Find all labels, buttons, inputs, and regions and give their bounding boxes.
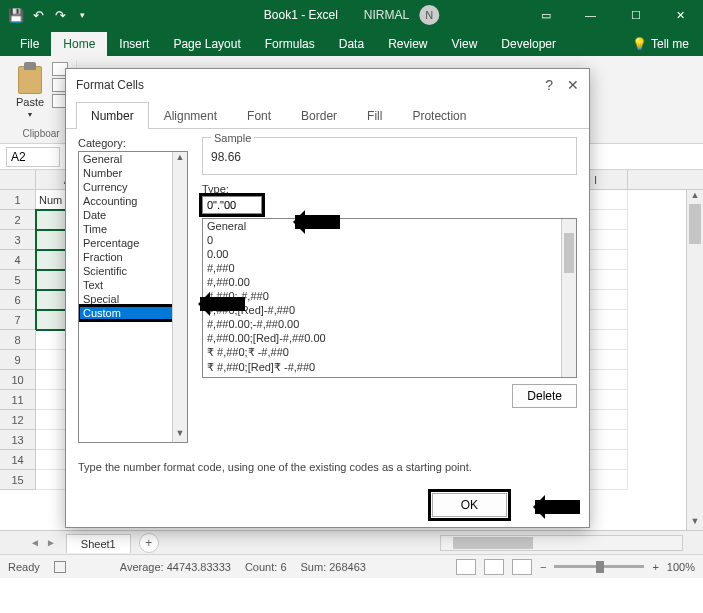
vertical-scrollbar[interactable]: ▲ ▼: [686, 190, 703, 530]
row-header[interactable]: 8: [0, 330, 36, 350]
category-item[interactable]: Accounting: [79, 194, 187, 208]
row-header[interactable]: 10: [0, 370, 36, 390]
view-page-break-icon[interactable]: [512, 559, 532, 575]
avatar[interactable]: N: [419, 5, 439, 25]
zoom-in-icon[interactable]: +: [652, 561, 658, 573]
scroll-down-icon[interactable]: ▼: [173, 428, 187, 442]
sheet-tab[interactable]: Sheet1: [66, 534, 131, 553]
format-item[interactable]: #,##0: [203, 261, 576, 275]
tab-view[interactable]: View: [440, 32, 490, 56]
redo-icon[interactable]: ↷: [52, 7, 68, 23]
tell-me-label: Tell me: [651, 37, 689, 51]
dialog-tab-font[interactable]: Font: [232, 102, 286, 129]
tab-formulas[interactable]: Formulas: [253, 32, 327, 56]
tab-review[interactable]: Review: [376, 32, 439, 56]
close-icon[interactable]: ✕: [567, 77, 579, 93]
scroll-down-icon[interactable]: ▼: [687, 516, 703, 530]
scroll-up-icon[interactable]: ▲: [687, 190, 703, 204]
row-header[interactable]: 9: [0, 350, 36, 370]
maximize-button[interactable]: ☐: [613, 0, 658, 30]
tab-nav-next-icon[interactable]: ►: [46, 537, 56, 548]
category-item[interactable]: Time: [79, 222, 187, 236]
category-item[interactable]: Special: [79, 292, 187, 306]
scroll-thumb[interactable]: [453, 537, 533, 549]
zoom-thumb[interactable]: [596, 561, 604, 573]
help-icon[interactable]: ?: [545, 77, 553, 93]
row-header[interactable]: 1: [0, 190, 36, 210]
category-item[interactable]: Scientific: [79, 264, 187, 278]
tab-home[interactable]: Home: [51, 32, 107, 56]
row-header[interactable]: 2: [0, 210, 36, 230]
category-item[interactable]: Fraction: [79, 250, 187, 264]
delete-button[interactable]: Delete: [512, 384, 577, 408]
format-item[interactable]: #,##0.00: [203, 275, 576, 289]
scroll-thumb[interactable]: [689, 204, 701, 244]
format-item[interactable]: ₹ #,##0.00;₹ -#,##0.00: [203, 375, 576, 378]
list-scrollbar[interactable]: ▲ ▼: [172, 152, 187, 442]
format-item[interactable]: #,##0.00;-#,##0.00: [203, 317, 576, 331]
zoom-slider[interactable]: [554, 565, 644, 568]
category-item[interactable]: Number: [79, 166, 187, 180]
undo-icon[interactable]: ↶: [30, 7, 46, 23]
dialog-tab-border[interactable]: Border: [286, 102, 352, 129]
format-item[interactable]: 0.00: [203, 247, 576, 261]
ribbon-options-icon[interactable]: ▭: [523, 0, 568, 30]
view-page-layout-icon[interactable]: [484, 559, 504, 575]
dialog-tab-alignment[interactable]: Alignment: [149, 102, 232, 129]
view-normal-icon[interactable]: [456, 559, 476, 575]
row-header[interactable]: 13: [0, 430, 36, 450]
scroll-up-icon[interactable]: ▲: [173, 152, 187, 166]
save-icon[interactable]: 💾: [8, 7, 24, 23]
dialog-title-bar[interactable]: Format Cells ? ✕: [66, 69, 589, 101]
row-header[interactable]: 5: [0, 270, 36, 290]
scroll-thumb[interactable]: [564, 233, 574, 273]
row-header[interactable]: 11: [0, 390, 36, 410]
format-item[interactable]: #,##0.00;[Red]-#,##0.00: [203, 331, 576, 345]
row-header[interactable]: 7: [0, 310, 36, 330]
row-header[interactable]: 6: [0, 290, 36, 310]
close-button[interactable]: ✕: [658, 0, 703, 30]
category-list[interactable]: General Number Currency Accounting Date …: [78, 151, 188, 443]
tab-data[interactable]: Data: [327, 32, 376, 56]
list-scrollbar[interactable]: [561, 219, 576, 377]
dialog-tab-protection[interactable]: Protection: [397, 102, 481, 129]
qat-dropdown-icon[interactable]: ▾: [74, 7, 90, 23]
format-item[interactable]: General: [203, 219, 576, 233]
add-sheet-button[interactable]: +: [139, 533, 159, 553]
ok-button[interactable]: OK: [432, 493, 507, 517]
format-item[interactable]: #,##0;-#,##0: [203, 289, 576, 303]
dialog-tab-fill[interactable]: Fill: [352, 102, 397, 129]
zoom-level[interactable]: 100%: [667, 561, 695, 573]
horizontal-scrollbar[interactable]: [440, 535, 683, 551]
format-item[interactable]: #,##0;[Red]-#,##0: [203, 303, 576, 317]
format-item[interactable]: 0: [203, 233, 576, 247]
category-item-custom[interactable]: Custom: [79, 306, 187, 320]
type-input[interactable]: [202, 196, 262, 214]
macro-record-icon[interactable]: [54, 561, 66, 573]
zoom-out-icon[interactable]: −: [540, 561, 546, 573]
minimize-button[interactable]: —: [568, 0, 613, 30]
dialog-tab-number[interactable]: Number: [76, 102, 149, 129]
format-item[interactable]: ₹ #,##0;₹ -#,##0: [203, 345, 576, 360]
row-header[interactable]: 3: [0, 230, 36, 250]
row-header[interactable]: 4: [0, 250, 36, 270]
tell-me[interactable]: 💡 Tell me: [620, 32, 703, 56]
select-all-corner[interactable]: [0, 170, 36, 189]
tab-file[interactable]: File: [8, 32, 51, 56]
tab-nav-prev-icon[interactable]: ◄: [30, 537, 40, 548]
paste-button[interactable]: Paste ▾: [12, 60, 48, 121]
tab-developer[interactable]: Developer: [489, 32, 568, 56]
category-item[interactable]: Currency: [79, 180, 187, 194]
format-list[interactable]: General 0 0.00 #,##0 #,##0.00 #,##0;-#,#…: [202, 218, 577, 378]
category-item[interactable]: General: [79, 152, 187, 166]
tab-insert[interactable]: Insert: [107, 32, 161, 56]
row-header[interactable]: 12: [0, 410, 36, 430]
row-header[interactable]: 15: [0, 470, 36, 490]
category-item[interactable]: Percentage: [79, 236, 187, 250]
tab-page-layout[interactable]: Page Layout: [161, 32, 252, 56]
row-header[interactable]: 14: [0, 450, 36, 470]
category-item[interactable]: Text: [79, 278, 187, 292]
format-item[interactable]: ₹ #,##0;[Red]₹ -#,##0: [203, 360, 576, 375]
name-box[interactable]: [6, 147, 60, 167]
category-item[interactable]: Date: [79, 208, 187, 222]
